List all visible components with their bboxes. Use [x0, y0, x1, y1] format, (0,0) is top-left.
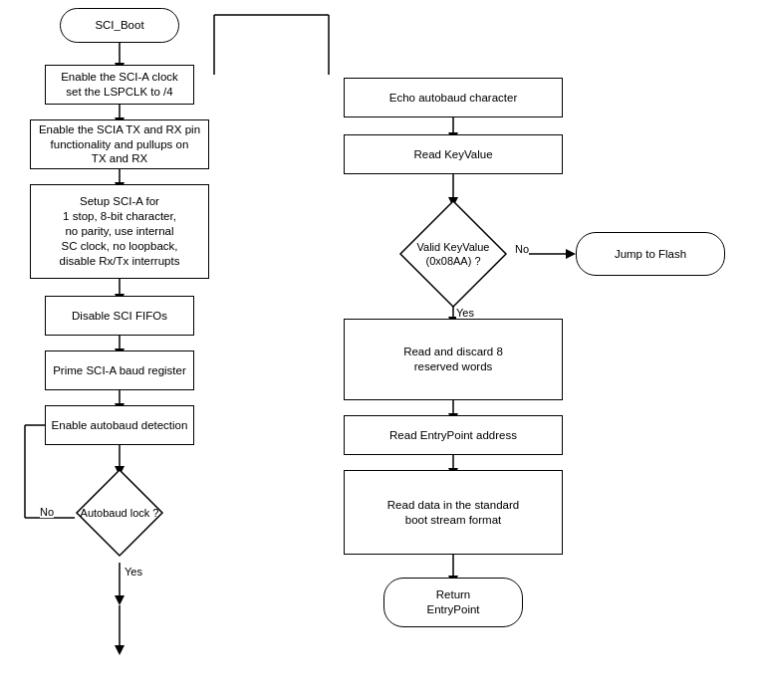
disable-fifo-node: Disable SCI FIFOs — [45, 296, 194, 336]
sci-boot-node: SCI_Boot — [60, 8, 179, 43]
enable-clock-node: Enable the SCI-A clock set the LSPCLK to… — [45, 65, 194, 105]
autobaud-lock-diamond: Autobaud lock ? — [75, 468, 164, 558]
flowchart: SCI_Boot Enable the SCI-A clock set the … — [0, 0, 758, 700]
autobaud-no-label: No — [40, 506, 54, 518]
read-keyvalue-node: Read KeyValue — [344, 134, 563, 174]
jump-flash-node: Jump to Flash — [576, 232, 725, 276]
autobaud-yes-label: Yes — [125, 566, 142, 578]
valid-keyvalue-diamond: Valid KeyValue (0x08AA) ? — [398, 199, 508, 309]
setup-scia-node: Setup SCI-A for 1 stop, 8-bit character,… — [30, 184, 209, 279]
echo-autobaud-node: Echo autobaud character — [344, 78, 563, 117]
svg-marker-19 — [115, 595, 125, 605]
keyvalue-no-label: No — [515, 243, 529, 255]
read-discard-node: Read and discard 8 reserved words — [344, 319, 563, 400]
prime-baud-node: Prime SCI-A baud register — [45, 350, 194, 390]
return-entry-node: Return EntryPoint — [383, 578, 523, 627]
read-data-node: Read data in the standard boot stream fo… — [344, 470, 563, 555]
svg-marker-28 — [566, 249, 576, 259]
enable-scia-node: Enable the SCIA TX and RX pin functional… — [30, 119, 209, 169]
svg-marker-38 — [115, 645, 125, 655]
keyvalue-yes-label: Yes — [456, 307, 474, 319]
read-entry-node: Read EntryPoint address — [344, 415, 563, 455]
enable-autobaud-node: Enable autobaud detection — [45, 405, 194, 445]
